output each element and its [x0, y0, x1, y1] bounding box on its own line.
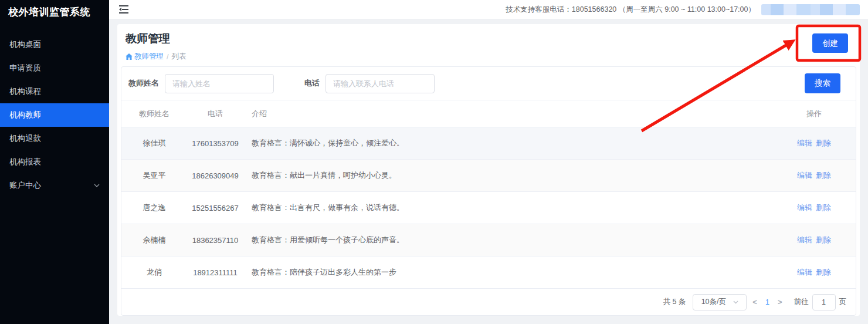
page-title: 教师管理 — [126, 31, 852, 46]
phone-label: 电话 — [304, 78, 320, 89]
main-area: 技术支持客服电话：18051566320 （周一至周六 9:00 ~ 11:00… — [109, 0, 868, 324]
breadcrumb: 教师管理 / 列表 — [126, 52, 852, 62]
sidebar-item-机构课程[interactable]: 机构课程 — [0, 80, 109, 103]
sidebar-item-label: 账户中心 — [9, 180, 41, 191]
sidebar-item-label: 机构退款 — [9, 133, 41, 144]
search-bar: 教师姓名 电话 搜索 — [121, 67, 856, 100]
header-phone: 电话 — [187, 100, 243, 127]
teacher-table: 教师姓名 电话 介绍 操作 徐佳琪17601353709教育格言：满怀诚心，保持… — [121, 100, 856, 289]
header-teacher-name: 教师姓名 — [121, 100, 187, 127]
sidebar-item-机构教师[interactable]: 机构教师 — [0, 103, 109, 127]
table-row: 唐之逸15251556267教育格言：出言有尺，做事有余，说话有德。编辑删除 — [121, 192, 856, 224]
edit-link[interactable]: 编辑 — [797, 268, 812, 276]
sidebar-item-机构报表[interactable]: 机构报表 — [0, 150, 109, 174]
support-phone-text: 技术支持客服电话：18051566320 （周一至周六 9:00 ~ 11:00… — [506, 5, 755, 15]
edit-link[interactable]: 编辑 — [797, 139, 812, 147]
cell-teacher-name: 吴亚平 — [121, 160, 187, 192]
cell-phone: 15251556267 — [187, 192, 243, 224]
cell-intro: 教育格言：陪伴孩子迈出多彩人生的第一步 — [243, 256, 772, 289]
sidebar-item-label: 机构教师 — [9, 110, 41, 120]
teacher-name-label: 教师姓名 — [128, 78, 159, 89]
page-number[interactable]: 1 — [763, 298, 772, 306]
chevron-down-icon — [94, 184, 100, 188]
edit-link[interactable]: 编辑 — [797, 203, 812, 212]
cell-actions: 编辑删除 — [772, 192, 856, 224]
sidebar-item-label: 申请资质 — [9, 63, 41, 73]
page-card: 教师管理 教师管理 / 列表 教师姓名 电话 — [117, 24, 860, 316]
goto-label: 前往 — [794, 297, 809, 307]
sidebar-item-账户中心[interactable]: 账户中心 — [0, 174, 109, 197]
list-panel: 教师姓名 电话 搜索 教师姓名 电话 介绍 操作 — [121, 66, 856, 316]
home-icon — [126, 53, 133, 60]
delete-link[interactable]: 删除 — [816, 171, 831, 180]
breadcrumb-root-label: 教师管理 — [134, 52, 164, 62]
sidebar-collapse-icon[interactable] — [118, 5, 130, 14]
sidebar-menu: 机构桌面申请资质机构课程机构教师机构退款机构报表账户中心 — [0, 27, 109, 197]
app-title: 校外培训监管系统 — [0, 0, 109, 27]
table-row: 佘楠楠18362357110教育格言：用爱倾听每一个孩子心底的声音。编辑删除 — [121, 224, 856, 256]
cell-actions: 编辑删除 — [772, 224, 856, 256]
pagination: 共 5 条 10条/页 < 1 > 前往 页 — [121, 289, 856, 315]
page-header: 教师管理 教师管理 / 列表 — [121, 28, 856, 66]
breadcrumb-root-link[interactable]: 教师管理 — [126, 52, 164, 62]
sidebar-item-label: 机构课程 — [9, 86, 41, 97]
table-row: 徐佳琪17601353709教育格言：满怀诚心，保持童心，倾注爱心。编辑删除 — [121, 127, 856, 160]
header-intro: 介绍 — [243, 100, 772, 127]
cell-intro: 教育格言：满怀诚心，保持童心，倾注爱心。 — [243, 127, 772, 160]
delete-link[interactable]: 删除 — [816, 203, 831, 212]
cell-teacher-name: 佘楠楠 — [121, 224, 187, 256]
delete-link[interactable]: 删除 — [816, 235, 831, 244]
cell-intro: 教育格言：出言有尺，做事有余，说话有德。 — [243, 192, 772, 224]
cell-actions: 编辑删除 — [772, 160, 856, 192]
page-size-select[interactable]: 10条/页 — [693, 294, 747, 310]
search-button[interactable]: 搜索 — [805, 73, 840, 93]
cell-phone: 18912311111 — [187, 256, 243, 289]
sidebar-item-申请资质[interactable]: 申请资质 — [0, 56, 109, 80]
sidebar: 校外培训监管系统 机构桌面申请资质机构课程机构教师机构退款机构报表账户中心 — [0, 0, 109, 324]
phone-input[interactable] — [326, 74, 435, 93]
cell-phone: 18626309049 — [187, 160, 243, 192]
create-button[interactable]: 创建 — [812, 33, 848, 53]
sidebar-item-机构桌面[interactable]: 机构桌面 — [0, 33, 109, 56]
next-page-icon[interactable]: > — [772, 298, 788, 306]
cell-teacher-name: 龙俏 — [121, 256, 187, 289]
sidebar-item-label: 机构桌面 — [9, 39, 41, 50]
cell-teacher-name: 徐佳琪 — [121, 127, 187, 160]
table-header-row: 教师姓名 电话 介绍 操作 — [121, 100, 856, 127]
prev-page-icon[interactable]: < — [747, 298, 763, 306]
total-count: 共 5 条 — [663, 297, 686, 307]
cell-phone: 18362357110 — [187, 224, 243, 256]
breadcrumb-current: 列表 — [171, 52, 186, 62]
header-actions: 操作 — [772, 100, 856, 127]
table-row: 吴亚平18626309049教育格言：献出一片真情，呵护幼小心灵。编辑删除 — [121, 160, 856, 192]
edit-link[interactable]: 编辑 — [797, 235, 812, 244]
teacher-name-input[interactable] — [165, 74, 274, 93]
cell-intro: 教育格言：用爱倾听每一个孩子心底的声音。 — [243, 224, 772, 256]
breadcrumb-separator: / — [167, 53, 168, 61]
goto-suffix: 页 — [839, 297, 847, 307]
redacted-org-name — [761, 4, 860, 15]
delete-link[interactable]: 删除 — [816, 268, 831, 276]
topbar: 技术支持客服电话：18051566320 （周一至周六 9:00 ~ 11:00… — [109, 0, 868, 19]
sidebar-item-机构退款[interactable]: 机构退款 — [0, 127, 109, 150]
chevron-down-icon — [733, 301, 738, 304]
cell-phone: 17601353709 — [187, 127, 243, 160]
table-row: 龙俏18912311111教育格言：陪伴孩子迈出多彩人生的第一步编辑删除 — [121, 256, 856, 289]
cell-teacher-name: 唐之逸 — [121, 192, 187, 224]
edit-link[interactable]: 编辑 — [797, 171, 812, 180]
cell-actions: 编辑删除 — [772, 127, 856, 160]
page-size-value: 10条/页 — [701, 297, 726, 307]
teacher-table-body: 徐佳琪17601353709教育格言：满怀诚心，保持童心，倾注爱心。编辑删除吴亚… — [121, 127, 856, 289]
goto-page-input[interactable] — [812, 294, 836, 310]
content-area: 教师管理 教师管理 / 列表 教师姓名 电话 — [109, 19, 868, 324]
sidebar-item-label: 机构报表 — [9, 157, 41, 167]
cell-intro: 教育格言：献出一片真情，呵护幼小心灵。 — [243, 160, 772, 192]
delete-link[interactable]: 删除 — [816, 139, 831, 147]
cell-actions: 编辑删除 — [772, 256, 856, 289]
